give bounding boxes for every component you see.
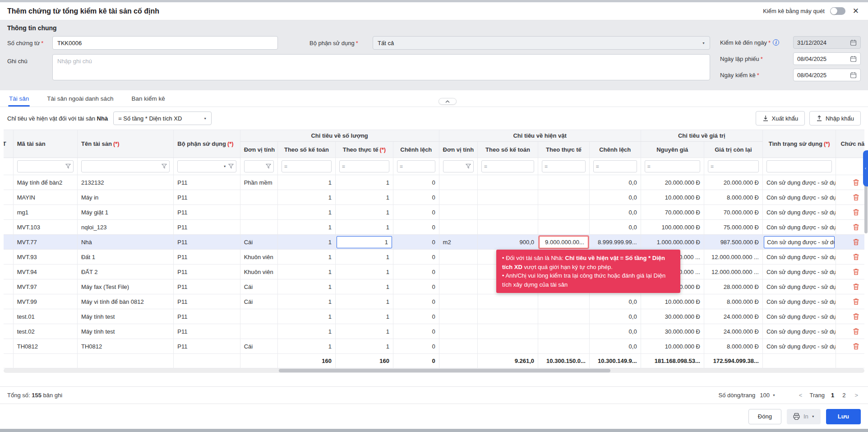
cell-dvt_sl[interactable]: Cái [240, 339, 277, 354]
actual-qty-input[interactable]: 1 [337, 236, 392, 248]
formula-select[interactable]: = Số tầng * Diện tích XD ▼ [113, 111, 212, 125]
table-row[interactable]: 40TH0812TH0812P11Cái1100,010.000.000 Đ8.… [4, 339, 864, 354]
cell-status[interactable]: Còn sử dụng được - sử dụ... [762, 235, 836, 250]
save-button[interactable]: Lưu [826, 409, 861, 424]
cell-ng[interactable]: 70.000.000 Đ [641, 205, 704, 220]
cell-cl_sl[interactable]: 0 [393, 279, 439, 294]
inventory-date-field[interactable]: 08/04/2025 [793, 69, 861, 81]
delete-row-button[interactable] [852, 237, 860, 246]
cell-ng[interactable]: 1.000.000.000 Đ [641, 235, 704, 250]
tab-ban-kiem-ke[interactable]: Ban kiểm kê [130, 90, 166, 107]
cell-cl_sl[interactable]: 0 [393, 294, 439, 309]
page-size-select[interactable]: 100▼ [760, 392, 776, 399]
cell-ten[interactable]: Máy tính test [77, 309, 173, 324]
cell-skt_sl[interactable]: 1 [277, 175, 335, 190]
cell-skt_sl[interactable]: 1 [277, 250, 335, 265]
cell-ten[interactable]: Máy in [77, 190, 173, 205]
cell-gtcl[interactable]: 28.000.000 Đ [704, 279, 762, 294]
cell-dvt_sl[interactable] [240, 190, 277, 205]
filter-cell-4[interactable] [240, 158, 277, 175]
cell-tt_hv[interactable] [538, 190, 590, 205]
cell-bp[interactable]: P11 [174, 190, 240, 205]
cell-ma[interactable]: TH0812 [13, 339, 77, 354]
table-row[interactable]: 31mg1Máy giặt 1P111100,070.000.000 Đ70.0… [4, 205, 864, 220]
cell-dvt_sl[interactable]: Khuôn viên [240, 265, 277, 279]
cell-cl_sl[interactable]: 0 [393, 265, 439, 279]
cell-ten[interactable]: 2132132 [77, 175, 173, 190]
cell-cl_hv[interactable]: 0,0 [589, 324, 641, 339]
cell-status[interactable]: Còn sử dụng được - sử dụ... [762, 279, 836, 294]
cell-ma[interactable]: MVT.99 [13, 294, 77, 309]
delete-row-button[interactable] [852, 327, 860, 336]
cell-status[interactable]: Còn sử dụng được - sử dụ... [762, 220, 836, 235]
cell-gtcl[interactable]: 987.500.000 Đ [704, 235, 762, 250]
cell-tt_sl[interactable]: 1 [335, 339, 393, 354]
cell-ng[interactable]: 30.000.000 Đ [641, 309, 704, 324]
delete-row-button[interactable] [852, 178, 860, 187]
cell-gtcl[interactable]: 24.000.000 Đ [704, 324, 762, 339]
cell-cl_hv[interactable]: 0,0 [589, 339, 641, 354]
cell-tt[interactable]: 40 [4, 339, 13, 354]
cell-tt_sl[interactable]: 1 [335, 250, 393, 265]
horizontal-scrollbar[interactable] [4, 368, 864, 373]
cell-skt_sl[interactable]: 1 [277, 309, 335, 324]
cell-gtcl[interactable]: 8.000.000 Đ [704, 339, 762, 354]
filter-cell-11[interactable]: = [589, 158, 641, 175]
cell-cl_sl[interactable]: 0 [393, 205, 439, 220]
cell-cl_hv[interactable]: 8.999.999.99... [589, 235, 641, 250]
cell-skt_hv[interactable] [477, 220, 538, 235]
cell-gtcl[interactable]: 8.000.000 Đ [704, 294, 762, 309]
cell-ma[interactable]: MAYIN [13, 190, 77, 205]
cell-ten[interactable]: Nhà [77, 235, 173, 250]
table-row[interactable]: 32MVT.103nqloi_123P111100,0100.000.000 Đ… [4, 220, 864, 235]
cell-dvt_hv[interactable] [439, 265, 477, 279]
cell-tt_sl[interactable]: 1 [335, 309, 393, 324]
cell-dvt_hv[interactable]: m2 [439, 235, 477, 250]
cell-skt_sl[interactable]: 1 [277, 205, 335, 220]
cell-gtcl[interactable]: 20.000.000 Đ [704, 175, 762, 190]
cell-tt_hv[interactable] [538, 220, 590, 235]
delete-row-button[interactable] [852, 208, 860, 217]
cell-tt_hv[interactable] [538, 324, 590, 339]
page-number-2[interactable]: 2 [840, 392, 847, 399]
cell-ma[interactable]: MVT.94 [13, 265, 77, 279]
cell-ten[interactable]: Máy vi tính để bàn 0812 [77, 294, 173, 309]
cell-skt_sl[interactable]: 1 [277, 190, 335, 205]
cell-skt_sl[interactable]: 1 [277, 279, 335, 294]
cell-ten[interactable]: nqloi_123 [77, 220, 173, 235]
status-select[interactable]: Còn sử dụng được - sử dụ... [764, 236, 835, 248]
cell-tt_hv[interactable] [538, 294, 590, 309]
table-row[interactable]: 38test.01Máy tính testP111100,030.000.00… [4, 309, 864, 324]
cell-tt[interactable]: 29 [4, 175, 13, 190]
cell-tt[interactable]: 37 [4, 294, 13, 309]
vertical-scrollbar[interactable] [864, 183, 868, 233]
cell-tt_sl[interactable]: 1 [335, 235, 393, 250]
cell-status[interactable]: Còn sử dụng được - sử dụ... [762, 309, 836, 324]
filter-cell-14[interactable] [762, 158, 836, 175]
cell-ma[interactable]: mg1 [13, 205, 77, 220]
cell-status[interactable]: Còn sử dụng được - sử dụ... [762, 339, 836, 354]
filter-cell-3[interactable]: ▼ [174, 158, 240, 175]
cell-dvt_sl[interactable]: Cái [240, 235, 277, 250]
tab-tai-san[interactable]: Tài sản [8, 90, 30, 107]
filter-cell-12[interactable]: = [641, 158, 704, 175]
cell-skt_sl[interactable]: 1 [277, 220, 335, 235]
cell-tt[interactable]: 36 [4, 279, 13, 294]
cell-gtcl[interactable]: 70.000.000 Đ [704, 205, 762, 220]
cell-tt[interactable]: 32 [4, 220, 13, 235]
prev-page-button[interactable]: < [796, 392, 805, 399]
cell-dvt_hv[interactable] [439, 205, 477, 220]
cell-cl_hv[interactable]: 0,0 [589, 220, 641, 235]
filter-cell-8[interactable] [439, 158, 477, 175]
cell-cl_sl[interactable]: 0 [393, 339, 439, 354]
cell-skt_sl[interactable]: 1 [277, 339, 335, 354]
cell-cl_sl[interactable]: 0 [393, 190, 439, 205]
cell-tt_sl[interactable]: 1 [335, 220, 393, 235]
created-date-field[interactable]: 08/04/2025 [793, 52, 861, 65]
delete-row-button[interactable] [852, 267, 860, 276]
scan-toggle[interactable] [830, 7, 845, 15]
cell-bp[interactable]: P11 [174, 175, 240, 190]
table-row[interactable]: 37MVT.99Máy vi tính để bàn 0812P11Cái110… [4, 294, 864, 309]
page-number-1[interactable]: 1 [829, 392, 836, 399]
cell-skt_hv[interactable]: 900,0 [477, 235, 538, 250]
